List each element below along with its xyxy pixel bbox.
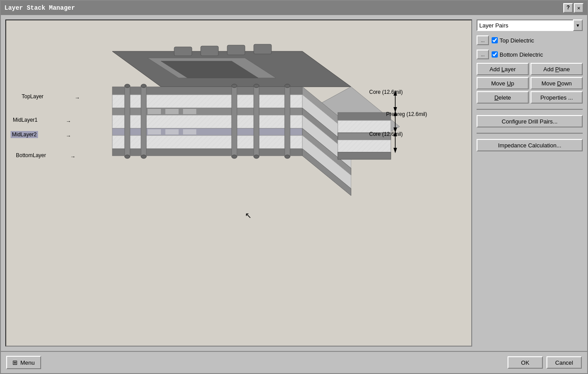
svg-rect-39 [232, 86, 237, 157]
footer-right: OK Cancel [508, 356, 582, 369]
mid-layer1-arrow: → [66, 118, 71, 124]
svg-rect-54 [338, 152, 391, 159]
top-dielectric-label[interactable]: Top Dielectric [492, 37, 534, 44]
action-buttons: Add Layer Add Plane Move Up Move Down De… [477, 63, 583, 104]
svg-rect-33 [125, 86, 130, 157]
close-button[interactable]: ✕ [574, 3, 584, 13]
bottom-layer-label: BottomLayer [16, 152, 46, 158]
bottom-layer-arrow: → [70, 154, 76, 160]
svg-rect-20 [148, 129, 161, 135]
core1-label: Core (12.6mil) [369, 89, 403, 95]
core2-label: Core (12.6mil) [369, 131, 403, 137]
top-layer-arrow: → [75, 95, 80, 101]
main-window: Layer Stack Manager ? ✕ [0, 0, 588, 374]
svg-rect-53 [338, 140, 391, 152]
svg-rect-22 [183, 129, 196, 135]
title-bar: Layer Stack Manager ? ✕ [1, 1, 587, 15]
svg-rect-5 [174, 47, 192, 56]
layer-pairs-dropdown[interactable]: Layer Pairs [477, 19, 583, 31]
top-layer-label: TopLayer [22, 93, 43, 100]
mouse-cursor: ↖ [245, 211, 252, 220]
mid-layer1-label: MidLayer1 [13, 117, 38, 123]
svg-rect-42 [254, 86, 259, 157]
content-area: TopLayer → MidLayer1 → MidLayer2 → Botto… [1, 15, 587, 351]
add-plane-button[interactable]: Add Plane [531, 63, 583, 75]
impedance-calculation-button[interactable]: Impedance Calculation... [477, 139, 583, 151]
top-dielectric-btn[interactable]: ... [477, 35, 489, 45]
menu-label: Menu [20, 359, 35, 366]
configure-drill-pairs-button[interactable]: Configure Drill Pairs... [477, 115, 583, 127]
mid-layer2-label: MidLayer2 [11, 131, 38, 138]
separator-2 [477, 133, 583, 134]
bottom-dielectric-row: ... Bottom Dielectric [477, 50, 583, 59]
svg-point-35 [125, 155, 130, 158]
move-up-button[interactable]: Move Up [477, 77, 529, 89]
right-panel: Layer Pairs ▼ ... Top Dielectric ... Bot… [477, 19, 583, 347]
main-panel: TopLayer → MidLayer1 → MidLayer2 → Botto… [5, 19, 472, 347]
move-down-button[interactable]: Move Down [531, 77, 583, 89]
svg-point-44 [254, 155, 259, 158]
add-layer-button[interactable]: Add Layer [477, 63, 529, 75]
footer: ⊞ Menu OK Cancel [1, 351, 587, 373]
menu-icon: ⊞ [12, 359, 18, 366]
bottom-dielectric-checkbox[interactable] [492, 51, 498, 58]
svg-rect-7 [227, 45, 245, 55]
svg-point-46 [285, 84, 290, 88]
properties-button[interactable]: Properties ... [531, 91, 583, 104]
svg-point-38 [141, 155, 146, 158]
top-dielectric-row: ... Top Dielectric [477, 35, 583, 45]
cancel-button[interactable]: Cancel [546, 356, 582, 369]
prepreg-label: Prepreg (12.6mil) [386, 111, 427, 117]
top-dielectric-text: Top Dielectric [500, 37, 534, 44]
svg-rect-16 [183, 109, 196, 114]
help-button[interactable]: ? [563, 3, 573, 13]
svg-rect-8 [254, 44, 271, 54]
bottom-dielectric-btn[interactable]: ... [477, 50, 489, 59]
svg-rect-48 [338, 112, 391, 120]
layer-pairs-dropdown-wrapper: Layer Pairs ▼ [477, 19, 583, 31]
menu-button[interactable]: ⊞ Menu [6, 356, 41, 369]
title-bar-buttons: ? ✕ [563, 3, 584, 13]
svg-marker-63 [393, 148, 397, 153]
pcb-visualization [59, 34, 413, 202]
svg-point-47 [285, 155, 290, 158]
svg-point-40 [232, 84, 237, 88]
svg-rect-15 [165, 109, 179, 114]
mid-layer2-arrow: → [66, 133, 71, 139]
bottom-dielectric-label[interactable]: Bottom Dielectric [492, 51, 543, 58]
top-dielectric-checkbox[interactable] [492, 37, 498, 43]
separator-1 [477, 109, 583, 110]
svg-rect-14 [148, 109, 161, 114]
svg-rect-21 [165, 129, 179, 135]
bottom-dielectric-text: Bottom Dielectric [500, 51, 543, 58]
window-title: Layer Stack Manager [4, 4, 75, 12]
svg-point-34 [125, 84, 130, 88]
svg-rect-45 [285, 86, 290, 157]
footer-left: ⊞ Menu [6, 356, 41, 369]
svg-rect-6 [201, 46, 218, 56]
ok-button[interactable]: OK [508, 356, 543, 369]
delete-button[interactable]: Delete [477, 91, 529, 104]
svg-rect-36 [141, 86, 146, 157]
svg-point-37 [141, 84, 146, 88]
svg-point-43 [254, 84, 259, 88]
svg-point-41 [232, 155, 237, 158]
